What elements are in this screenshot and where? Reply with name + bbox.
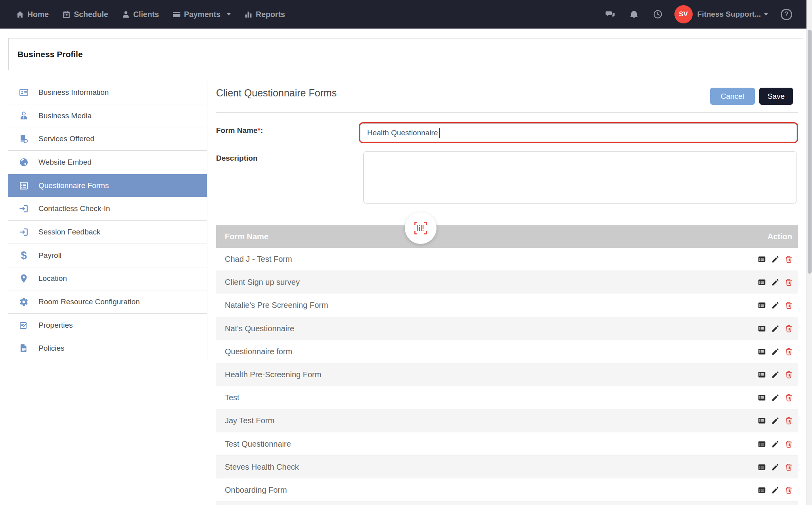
edit-icon[interactable] [771, 278, 779, 286]
sidebar-item-contactless-check-in[interactable]: Contactless Check-In [8, 197, 207, 221]
row-actions [758, 371, 798, 379]
chevron-down-icon[interactable] [764, 13, 768, 15]
delete-icon[interactable] [785, 440, 793, 448]
delete-icon[interactable] [785, 301, 793, 309]
sidebar-item-location[interactable]: Location [8, 267, 207, 291]
profile-name[interactable]: Fitness Support... [697, 10, 761, 19]
cancel-button[interactable]: Cancel [710, 88, 755, 105]
text-cursor [439, 128, 440, 138]
sidebar-item-website-embed[interactable]: Website Embed [8, 151, 207, 174]
delete-icon[interactable] [785, 348, 793, 356]
sidebar-item-payroll[interactable]: $ Payroll [8, 244, 207, 267]
delete-icon[interactable] [785, 486, 793, 494]
entries-icon[interactable] [758, 417, 766, 425]
edit-icon[interactable] [771, 394, 779, 402]
sidebar-item-policies[interactable]: Policies [8, 337, 207, 361]
entries-icon[interactable] [758, 278, 766, 286]
row-actions [758, 417, 798, 425]
nav-item-home[interactable]: Home [16, 10, 49, 19]
form-name-cell: Jay Test Form [216, 416, 274, 425]
chat-icon[interactable] [605, 10, 615, 19]
sidebar-item-session-feedback[interactable]: Session Feedback [8, 221, 207, 244]
delete-icon[interactable] [785, 394, 793, 402]
gear-icon [18, 297, 30, 307]
edit-icon[interactable] [771, 440, 779, 448]
sidebar-item-properties[interactable]: Properties [8, 314, 207, 337]
avatar[interactable]: SV [674, 5, 693, 23]
table-row: Chad J - Test Form [216, 248, 798, 271]
entries-icon[interactable] [758, 486, 766, 494]
clock-icon[interactable] [653, 10, 663, 19]
description-textarea[interactable] [363, 151, 797, 204]
table-header: Form Name Action [216, 225, 798, 248]
column-header-form-name: Form Name [216, 232, 268, 241]
delete-icon[interactable] [785, 371, 793, 379]
entries-icon[interactable] [758, 371, 766, 379]
bell-icon[interactable] [629, 10, 639, 19]
edit-icon[interactable] [771, 371, 779, 379]
row-actions [758, 440, 798, 448]
page-title-card: Business Profile [8, 38, 803, 70]
sidebar-item-room-resource-configuration[interactable]: Room Resource Configuration [8, 290, 207, 314]
nav-item-label: Home [27, 10, 49, 19]
forms-table: Form Name Action Chad J - Test Form [216, 225, 798, 505]
row-actions [758, 394, 798, 402]
calendar-icon [62, 10, 71, 19]
sidebar-item-label: Business Media [38, 111, 92, 120]
chevron-down-icon [227, 13, 231, 15]
save-button[interactable]: Save [759, 88, 793, 105]
delete-icon[interactable] [785, 278, 793, 286]
edit-icon[interactable] [771, 325, 779, 333]
entries-icon[interactable] [758, 255, 766, 263]
delete-icon[interactable] [785, 417, 793, 425]
entries-icon[interactable] [758, 394, 766, 402]
entries-icon[interactable] [758, 348, 766, 356]
form-name-cell: Onboarding Form [216, 486, 287, 495]
sidebar-item-business-media[interactable]: Business Media [8, 104, 207, 128]
edit-icon[interactable] [771, 255, 779, 263]
table-row: Steves Health Check [216, 456, 798, 479]
scrollbar-thumb[interactable] [808, 30, 812, 274]
entries-icon[interactable] [758, 301, 766, 309]
sidebar-item-label: Properties [38, 321, 73, 330]
settings-sidebar: Business Information Business Media Serv… [8, 81, 207, 360]
delete-icon[interactable] [785, 255, 793, 263]
credit-card-icon [172, 10, 181, 19]
edit-icon[interactable] [771, 463, 779, 471]
row-actions [758, 325, 798, 333]
nav-item-reports[interactable]: Reports [244, 10, 285, 19]
edit-icon[interactable] [771, 348, 779, 356]
nav-item-payments[interactable]: Payments [172, 10, 231, 19]
edit-icon[interactable] [771, 486, 779, 494]
sidebar-item-services-offered[interactable]: Services Offered [8, 127, 207, 151]
sidebar-item-label: Room Resource Configuration [38, 298, 140, 306]
form-name-label: Form Name*: [216, 126, 263, 135]
page-title: Business Profile [9, 50, 83, 59]
row-actions [758, 348, 798, 356]
nav-item-schedule[interactable]: Schedule [62, 10, 108, 19]
entries-icon[interactable] [758, 325, 766, 333]
form-name-input[interactable]: Health Questionnaire [360, 123, 797, 142]
delete-icon[interactable] [785, 325, 793, 333]
edit-icon[interactable] [771, 417, 779, 425]
table-row: Questionnaire form [216, 340, 798, 363]
delete-icon[interactable] [785, 463, 793, 471]
nav-item-clients[interactable]: Clients [122, 10, 159, 19]
sidebar-item-business-information[interactable]: Business Information [8, 81, 207, 104]
table-row: Jay Test Form [216, 409, 798, 432]
sidebar-item-questionnaire-forms[interactable]: Questionnaire Forms [8, 174, 207, 198]
bar-chart-icon [244, 10, 253, 19]
scrollbar-track[interactable] [806, 0, 812, 505]
id-card-icon [18, 88, 30, 97]
table-row-partial [216, 502, 798, 505]
table-row: Test Questionnaire [216, 433, 798, 456]
table-row: Onboarding Form [216, 479, 798, 502]
help-icon[interactable]: ? [781, 9, 792, 20]
file-text-icon [18, 344, 30, 353]
top-navigation: Home Schedule Clients Payments Reports [0, 0, 812, 29]
entries-icon[interactable] [758, 463, 766, 471]
entries-icon[interactable] [758, 440, 766, 448]
nav-utilities: SV Fitness Support... ? [591, 5, 812, 23]
loading-badge [405, 212, 437, 244]
edit-icon[interactable] [771, 301, 779, 309]
